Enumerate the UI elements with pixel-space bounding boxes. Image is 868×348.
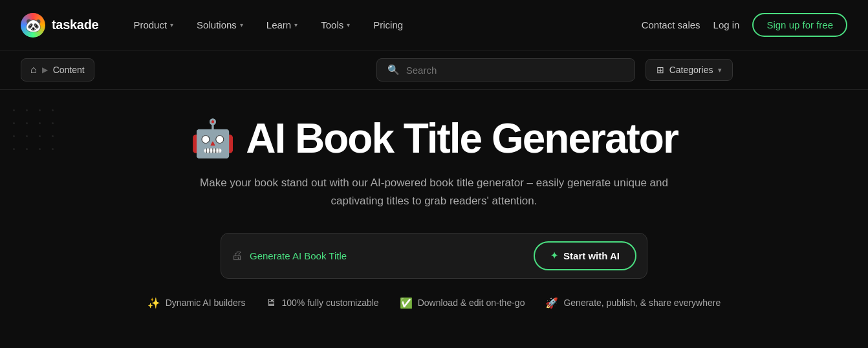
main-content: 🤖 AI Book Title Generator Make your book… xyxy=(0,90,868,329)
start-ai-label: Start with AI xyxy=(563,250,620,261)
nav-tools[interactable]: Tools ▾ xyxy=(312,14,359,36)
hero-title-area: 🤖 AI Book Title Generator xyxy=(190,116,678,161)
breadcrumb[interactable]: ⌂ ▶ Content xyxy=(21,58,94,82)
search-icon: 🔍 xyxy=(387,64,400,76)
breadcrumb-arrow: ▶ xyxy=(42,65,48,74)
features-bar: ✨ Dynamic AI builders 🖥 100% fully custo… xyxy=(147,297,721,309)
feature-publish: 🚀 Generate, publish, & share everywhere xyxy=(545,297,721,309)
nav-learn[interactable]: Learn ▾ xyxy=(257,14,307,36)
feature-dynamic-ai: ✨ Dynamic AI builders xyxy=(147,297,246,309)
navbar: 🐼 taskade Product ▾ Solutions ▾ Learn ▾ … xyxy=(0,0,868,50)
feature-customizable: 🖥 100% fully customizable xyxy=(266,297,378,309)
chevron-down-icon: ▾ xyxy=(718,66,722,74)
feature-label: Generate, publish, & share everywhere xyxy=(563,298,721,308)
toolbar: ⌂ ▶ Content 🔍 ⊞ Categories ▾ xyxy=(0,50,868,90)
dot-grid-decoration xyxy=(13,109,60,156)
hero-heading: AI Book Title Generator xyxy=(246,116,678,161)
rocket-icon: 🚀 xyxy=(545,297,558,309)
cta-bar: 🖨 Generate AI Book Title ✦ Start with AI xyxy=(221,233,647,279)
nav-items: Product ▾ Solutions ▾ Learn ▾ Tools ▾ Pr… xyxy=(124,14,641,36)
feature-label: Dynamic AI builders xyxy=(166,298,246,308)
search-bar[interactable]: 🔍 xyxy=(376,58,635,82)
chevron-down-icon: ▾ xyxy=(240,21,243,28)
signup-button[interactable]: Sign up for free xyxy=(752,13,847,37)
check-icon: ✅ xyxy=(400,297,413,309)
sparkles-icon: ✨ xyxy=(147,297,160,309)
feature-label: 100% fully customizable xyxy=(281,298,378,308)
contact-sales-link[interactable]: Contact sales xyxy=(642,19,700,30)
categories-button[interactable]: ⊞ Categories ▾ xyxy=(646,59,733,81)
logo-text: taskade xyxy=(52,17,98,32)
monitor-icon: 🖥 xyxy=(266,297,276,309)
grid-icon: ⊞ xyxy=(656,65,664,75)
chevron-down-icon: ▾ xyxy=(347,21,350,28)
hero-description: Make your book stand out with our AI-pow… xyxy=(182,174,686,209)
nav-solutions[interactable]: Solutions ▾ xyxy=(188,14,252,36)
nav-right: Contact sales Log in Sign up for free xyxy=(642,13,847,37)
feature-label: Download & edit on-the-go xyxy=(418,298,525,308)
nav-pricing[interactable]: Pricing xyxy=(364,14,412,36)
start-with-ai-button[interactable]: ✦ Start with AI xyxy=(534,241,636,270)
printer-icon: 🖨 xyxy=(232,249,243,263)
breadcrumb-label: Content xyxy=(53,65,85,75)
home-icon: ⌂ xyxy=(30,64,37,76)
logo-icon: 🐼 xyxy=(21,13,45,38)
nav-product[interactable]: Product ▾ xyxy=(124,14,182,36)
chevron-down-icon: ▾ xyxy=(170,21,173,28)
cta-placeholder-text: Generate AI Book Title xyxy=(250,250,347,261)
logo[interactable]: 🐼 taskade xyxy=(21,13,98,38)
chevron-down-icon: ▾ xyxy=(294,21,298,28)
login-link[interactable]: Log in xyxy=(713,19,740,30)
robot-emoji: 🤖 xyxy=(190,120,235,157)
cta-input-area[interactable]: 🖨 Generate AI Book Title xyxy=(232,249,523,263)
search-input[interactable] xyxy=(406,65,624,76)
feature-download: ✅ Download & edit on-the-go xyxy=(400,297,525,309)
sparkle-icon: ✦ xyxy=(550,250,558,261)
